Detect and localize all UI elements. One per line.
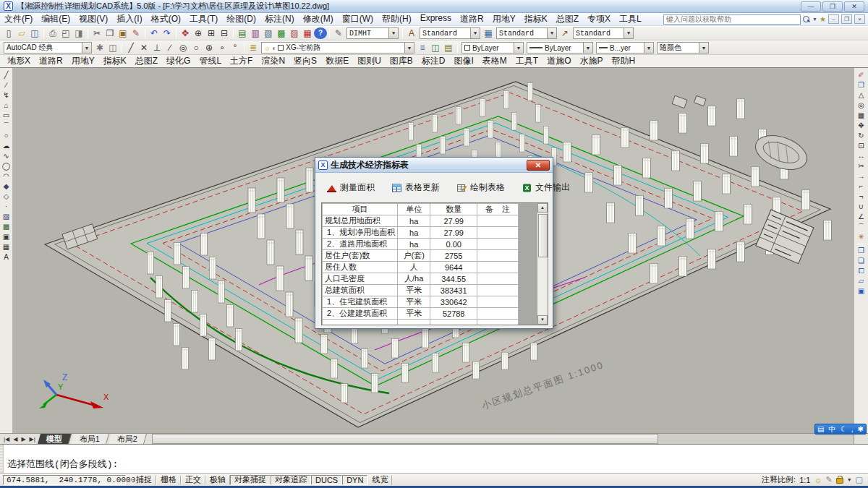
module-menu-9[interactable]: 竖向S xyxy=(289,55,321,67)
toolpalettes-icon[interactable]: ▧ xyxy=(262,27,275,39)
markup-icon[interactable]: ▨ xyxy=(288,27,301,39)
undo-icon[interactable]: ↶ xyxy=(148,27,161,39)
module-menu-2[interactable]: 用地Y xyxy=(67,55,99,67)
module-menu-7[interactable]: 土方F xyxy=(226,55,257,67)
dialog-close-button[interactable]: ✕ xyxy=(527,160,550,171)
paste-icon[interactable]: ▣ xyxy=(116,27,129,39)
module-menu-14[interactable]: 图像I xyxy=(450,55,478,67)
tab-model[interactable]: 模型 xyxy=(38,434,72,444)
stretch-icon[interactable]: ↔ xyxy=(855,151,868,161)
module-menu-0[interactable]: 地形X xyxy=(3,55,35,67)
status-toggle-7[interactable]: DYN xyxy=(342,475,367,485)
properties-icon[interactable]: ▤ xyxy=(236,27,249,39)
join-icon[interactable]: ∪ xyxy=(855,202,868,212)
module-menu-15[interactable]: 表格M xyxy=(478,55,511,67)
mirror-icon[interactable]: △ xyxy=(855,90,868,100)
line-icon[interactable]: ╱ xyxy=(0,70,13,80)
doc-minimize-button[interactable]: – xyxy=(828,14,839,24)
erase-icon[interactable]: ✐ xyxy=(855,70,868,80)
snap-perpendicular-icon[interactable]: ⊥ xyxy=(150,42,163,53)
polyline-icon[interactable]: ↯ xyxy=(0,90,13,100)
new-icon[interactable]: ▯ xyxy=(2,27,15,39)
point-icon[interactable]: · xyxy=(0,202,13,212)
copy-icon[interactable]: ❐ xyxy=(103,27,116,39)
text-style-icon[interactable]: A xyxy=(405,27,418,39)
module-menu-13[interactable]: 标注D xyxy=(417,55,450,67)
rotate-icon[interactable]: ↻ xyxy=(855,131,868,141)
plot-icon[interactable]: ⎙ xyxy=(46,27,59,39)
tab-last-icon[interactable]: ▶| xyxy=(28,436,37,442)
open-icon[interactable]: ▱ xyxy=(15,27,28,39)
multiline-text-icon[interactable]: A xyxy=(0,252,13,262)
table-update-button[interactable]: 表格更新 xyxy=(392,181,440,194)
menu-item-3[interactable]: 插入(I) xyxy=(112,12,146,26)
minimize-button[interactable]: — xyxy=(801,1,821,12)
draworder-back-icon[interactable]: ❏ xyxy=(855,256,868,266)
draworder-under-icon[interactable]: ▱ xyxy=(855,276,868,286)
status-toggle-4[interactable]: 对象捕捉 xyxy=(230,475,271,485)
workspace-save-icon[interactable]: ◫ xyxy=(106,42,119,53)
table-style-icon[interactable]: ▦ xyxy=(482,27,495,39)
menu-item-7[interactable]: 标注(N) xyxy=(260,12,299,26)
search-dropdown-icon[interactable]: ▼ xyxy=(812,17,817,22)
make-block-icon[interactable]: ◇ xyxy=(0,192,13,202)
linetype-select[interactable]: ByLayer ▼ xyxy=(527,42,593,53)
pan-icon[interactable]: ✥ xyxy=(179,27,192,39)
menu-item-17[interactable]: 工具L xyxy=(615,12,646,26)
annotation-scale-value[interactable]: 1:1 xyxy=(799,476,810,484)
module-menu-3[interactable]: 指标K xyxy=(99,55,131,67)
layer-previous-icon[interactable]: ≡ xyxy=(416,42,429,53)
tab-layout2[interactable]: 布局2 xyxy=(109,434,147,444)
doc-close-button[interactable]: × xyxy=(854,14,865,24)
tab-first-icon[interactable]: |◀ xyxy=(2,436,11,442)
hatch-icon[interactable]: ▨ xyxy=(0,212,13,222)
plot-style-select[interactable]: 随颜色 ▼ xyxy=(657,42,709,53)
module-menu-11[interactable]: 图则U xyxy=(353,55,386,67)
ellipse-arc-icon[interactable]: ◠ xyxy=(0,171,13,181)
publish-icon[interactable]: ◨ xyxy=(72,27,85,39)
hscrollbar-thumb[interactable] xyxy=(152,434,658,444)
restore-button[interactable]: ❐ xyxy=(822,1,843,12)
scroll-up-icon[interactable]: ▲ xyxy=(537,203,548,213)
status-menu-arrow-icon[interactable]: ▼ xyxy=(847,477,852,482)
snap-line-icon[interactable]: ╱ xyxy=(124,42,137,53)
doc-restore-button[interactable]: ❐ xyxy=(841,14,852,24)
menu-item-14[interactable]: 指标K xyxy=(520,12,552,26)
draw-table-button[interactable]: 绘制表格 xyxy=(457,181,505,194)
trim-icon[interactable]: ✂ xyxy=(855,161,868,171)
favorites-star-icon[interactable]: ★ xyxy=(820,15,826,23)
tab-prev-icon[interactable]: ◀ xyxy=(12,436,19,442)
ime-keyboard-icon[interactable]: ▤ xyxy=(817,426,824,433)
coordinates-readout[interactable]: 674.5881, 240.1778, 0.0000 xyxy=(3,475,126,485)
status-toggle-8[interactable]: 线宽 xyxy=(367,475,392,485)
draworder-above-icon[interactable]: ⧠ xyxy=(855,266,868,276)
scrollbar-thumb[interactable] xyxy=(538,214,548,257)
measure-area-button[interactable]: 测量面积 xyxy=(327,181,375,194)
zoom-window-icon[interactable]: ⊞ xyxy=(205,27,218,39)
multileader-style-select[interactable]: Standard▼ xyxy=(573,27,634,39)
table-scrollbar[interactable]: ▲ ▼ xyxy=(537,203,548,325)
module-menu-4[interactable]: 总图Z xyxy=(131,55,162,67)
offset-icon[interactable]: ◎ xyxy=(855,100,868,111)
explode-icon[interactable]: ✳ xyxy=(855,232,868,242)
fillet-icon[interactable]: ⌒ xyxy=(855,222,868,232)
ellipse-icon[interactable]: ◯ xyxy=(0,161,13,171)
circle-icon[interactable]: ○ xyxy=(0,131,13,141)
layer-select[interactable]: ☼ ◐ XG-宅前路 ▼ xyxy=(261,42,414,53)
clean-screen-icon[interactable]: ▢ xyxy=(856,475,863,484)
snap-none-icon[interactable]: ° xyxy=(229,42,242,53)
multileader-style-icon[interactable]: ↗ xyxy=(558,27,571,39)
match-properties-icon[interactable]: ✎ xyxy=(129,27,142,39)
ime-punctuation-icon[interactable]: , xyxy=(851,426,854,433)
gradient-icon[interactable]: ▩ xyxy=(0,222,13,232)
redo-icon[interactable]: ↷ xyxy=(161,27,174,39)
close-button[interactable]: ✕ xyxy=(844,1,864,12)
help-icon[interactable]: ? xyxy=(314,27,327,39)
tab-next-icon[interactable]: ▶ xyxy=(20,436,27,442)
status-toggle-2[interactable]: 正交 xyxy=(181,475,205,485)
status-toggle-6[interactable]: DUCS xyxy=(311,475,342,485)
designcenter-icon[interactable]: ▥ xyxy=(249,27,262,39)
module-menu-10[interactable]: 数据E xyxy=(321,55,353,67)
menu-item-0[interactable]: 文件(F) xyxy=(0,12,37,26)
calculator-icon[interactable]: ▦ xyxy=(301,27,314,39)
